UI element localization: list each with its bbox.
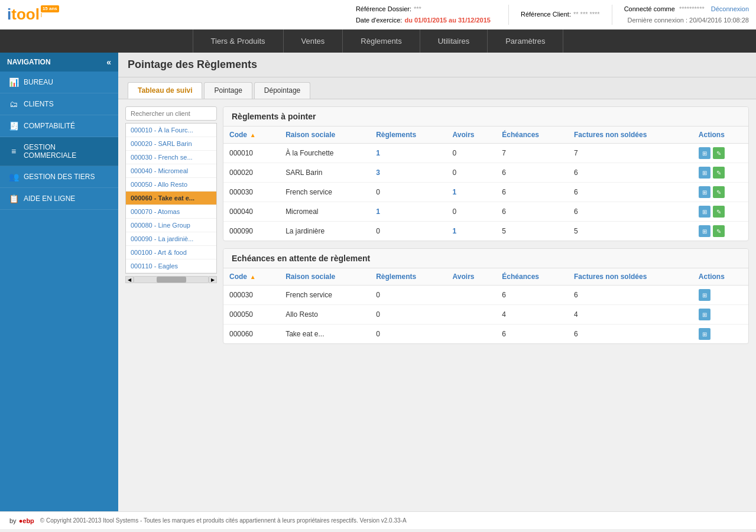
- nav-ventes[interactable]: Ventes: [284, 30, 343, 53]
- scrollbar-track[interactable]: [134, 276, 209, 283]
- sidebar-item-bureau[interactable]: 📊 BUREAU: [0, 72, 118, 93]
- cell-code: 000010: [223, 144, 280, 163]
- cell-code: 000090: [223, 222, 280, 241]
- sidebar-item-clients[interactable]: 🗂 CLIENTS: [0, 93, 118, 115]
- logo-badge: 15 ans: [41, 5, 59, 12]
- page-header: Pointage des Règlements: [118, 53, 756, 77]
- table-row: 000030 French service 0 1 6 6 ⊞✎: [223, 183, 748, 202]
- cell-reglements: 0: [370, 183, 446, 202]
- tab-depointage[interactable]: Dépointage: [254, 82, 310, 99]
- cell-echeances: 6: [496, 202, 568, 222]
- sort-arrow-icon: ▲: [248, 132, 256, 138]
- calc-icon[interactable]: ⊞: [699, 206, 710, 218]
- col-factures2: Factures non soldées: [568, 268, 693, 286]
- cell-avoirs: 0: [447, 144, 497, 163]
- client-scrollbar: ◀ ▶: [125, 276, 217, 283]
- deconnexion-link[interactable]: Déconnexion: [711, 5, 749, 12]
- sidebar-item-label-aide: AIDE EN LIGNE: [24, 194, 75, 203]
- bureau-icon: 📊: [8, 77, 19, 87]
- list-item[interactable]: 000010 - À la Fourc...: [126, 124, 216, 137]
- sidebar: NAVIGATION « 📊 BUREAU 🗂 CLIENTS 🧾 COMPTA…: [0, 53, 118, 511]
- list-item[interactable]: 000020 - SARL Barin: [126, 137, 216, 151]
- ref-dossier-value: ***: [414, 5, 421, 12]
- col-actions2: Actions: [693, 268, 748, 286]
- list-item[interactable]: 000030 - French se...: [126, 151, 216, 164]
- cell-actions: ⊞: [693, 286, 748, 305]
- list-item-active[interactable]: 000060 - Take eat e...: [126, 192, 216, 205]
- edit-icon[interactable]: ✎: [713, 225, 725, 237]
- list-item[interactable]: 000110 - Eagles: [126, 259, 216, 273]
- cell-factures: 4: [568, 305, 693, 325]
- calc-icon[interactable]: ⊞: [699, 147, 710, 159]
- date-exercice-label: Date d'exercice:: [356, 17, 403, 24]
- scroll-right-icon[interactable]: ▶: [209, 276, 217, 283]
- footer-copyright: © Copyright 2001-2013 Itool Systems - To…: [40, 517, 407, 524]
- sidebar-item-gestion-tiers[interactable]: 👥 GESTION DES TIERS: [0, 166, 118, 188]
- last-connection: Dernière connexion : 20/04/2016 10:08:28: [628, 17, 749, 24]
- col-code[interactable]: Code ▲: [223, 126, 280, 144]
- cell-actions: ⊞✎: [693, 163, 748, 183]
- connected-label: Connecté comme: [624, 5, 675, 12]
- nav-tiers-produits[interactable]: Tiers & Produits: [193, 30, 284, 53]
- nav-reglements[interactable]: Règlements: [343, 30, 420, 53]
- col-code2-label: Code: [229, 273, 247, 281]
- search-input[interactable]: [125, 106, 217, 121]
- cell-echeances: 4: [496, 305, 568, 325]
- cell-raison: French service: [280, 286, 370, 305]
- cell-avoirs: 0: [447, 202, 497, 222]
- tab-pointage[interactable]: Pointage: [204, 82, 252, 99]
- sidebar-item-gestion-commerciale[interactable]: ≡ GESTION COMMERCIALE: [0, 137, 118, 166]
- calc-icon[interactable]: ⊞: [699, 309, 710, 320]
- cell-factures: 6: [568, 163, 693, 183]
- cell-avoirs: [447, 286, 497, 305]
- table-row: 000040 Micromeal 1 0 6 6 ⊞✎: [223, 202, 748, 222]
- calc-icon[interactable]: ⊞: [699, 225, 710, 237]
- edit-icon[interactable]: ✎: [713, 206, 725, 218]
- nav-utilitaires[interactable]: Utilitaires: [420, 30, 488, 53]
- list-item[interactable]: 000040 - Micromeal: [126, 164, 216, 178]
- col-avoirs: Avoirs: [447, 126, 497, 144]
- col-code2[interactable]: Code ▲: [223, 268, 280, 286]
- table-row: 000060 Take eat e... 0 6 6 ⊞: [223, 325, 748, 344]
- sidebar-collapse-icon[interactable]: «: [106, 57, 111, 67]
- edit-icon[interactable]: ✎: [713, 147, 725, 159]
- col-echeances: Échéances: [496, 126, 568, 144]
- client-search[interactable]: [125, 106, 217, 121]
- sidebar-item-comptabilite[interactable]: 🧾 COMPTABILITÉ: [0, 115, 118, 137]
- col-raison: Raison sociale: [280, 126, 370, 144]
- list-item[interactable]: 000070 - Atomas: [126, 205, 216, 219]
- calc-icon[interactable]: ⊞: [699, 167, 710, 179]
- calc-icon[interactable]: ⊞: [699, 289, 710, 301]
- cell-echeances: 5: [496, 222, 568, 241]
- col-reglements: Règlements: [370, 126, 446, 144]
- calc-icon[interactable]: ⊞: [699, 328, 710, 340]
- cell-code: 000050: [223, 305, 280, 325]
- header: itool 15 ans | Référence Dossier:*** Dat…: [0, 0, 756, 30]
- cell-raison: La jardinière: [280, 222, 370, 241]
- cell-code: 000020: [223, 163, 280, 183]
- cell-actions: ⊞✎: [693, 144, 748, 163]
- sidebar-item-label-gestion-tiers: GESTION DES TIERS: [24, 173, 95, 181]
- calc-icon[interactable]: ⊞: [699, 186, 710, 198]
- list-item[interactable]: 000100 - Art & food: [126, 246, 216, 259]
- nav-parametres[interactable]: Paramètres: [488, 30, 563, 53]
- sidebar-item-aide[interactable]: 📋 AIDE EN LIGNE: [0, 188, 118, 210]
- tables-area: Règlements à pointer Code ▲ Raison socia…: [223, 106, 749, 351]
- list-item[interactable]: 000050 - Allo Resto: [126, 178, 216, 192]
- sidebar-item-label-clients: CLIENTS: [24, 100, 54, 108]
- ref-dossier-label: Référence Dossier:: [356, 5, 411, 12]
- header-ref-dossier: Référence Dossier:*** Date d'exercice:du…: [356, 4, 491, 25]
- edit-icon[interactable]: ✎: [713, 167, 725, 179]
- echeances-section-title: Echéances en attente de règlement: [223, 249, 748, 268]
- list-item[interactable]: 000080 - Line Group: [126, 219, 216, 232]
- list-item[interactable]: 000090 - La jardiniè...: [126, 232, 216, 246]
- cell-actions: ⊞: [693, 305, 748, 325]
- ref-client-label: Référence Client:: [521, 11, 571, 18]
- tab-tableau-de-suivi[interactable]: Tableau de suivi: [128, 82, 202, 99]
- scroll-left-icon[interactable]: ◀: [125, 276, 134, 283]
- col-factures: Factures non soldées: [568, 126, 693, 144]
- edit-icon[interactable]: ✎: [713, 186, 725, 198]
- cell-reglements: 0: [370, 222, 446, 241]
- tabs: Tableau de suivi Pointage Dépointage: [118, 77, 756, 99]
- col-reglements2: Règlements: [370, 268, 446, 286]
